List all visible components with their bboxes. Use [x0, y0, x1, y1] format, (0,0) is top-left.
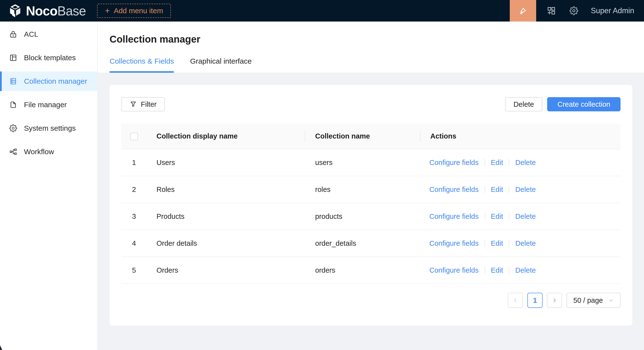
row-index: 4 [121, 230, 147, 257]
add-menu-item-button[interactable]: + Add menu item [97, 4, 171, 18]
table-row: 3 Products products Configure fieldsEdit… [121, 203, 620, 230]
logo-text: NocoBase [26, 5, 86, 17]
edit-link[interactable]: Edit [491, 186, 503, 193]
action-divider [484, 213, 485, 220]
sidebar-item-workflow[interactable]: Workflow [0, 142, 97, 162]
column-header-display-name: Collection display name [147, 124, 305, 149]
next-page-button[interactable] [547, 293, 562, 308]
layout-icon [9, 54, 17, 62]
delete-button[interactable]: Delete [505, 97, 542, 111]
delete-link[interactable]: Delete [515, 266, 536, 274]
database-icon [9, 77, 17, 85]
sidebar-item-collection-manager[interactable]: Collection manager [0, 72, 97, 91]
page-title: Collection manager [110, 34, 632, 45]
plus-icon: + [105, 6, 110, 15]
sidebar-item-label: File manager [24, 101, 67, 109]
configure-fields-link[interactable]: Configure fields [429, 212, 479, 220]
action-divider [509, 159, 509, 166]
tab-collections-and-fields[interactable]: Collections & Fields [110, 57, 174, 73]
chevron-left-icon [513, 298, 518, 303]
nocobase-logo: NocoBase [8, 4, 86, 18]
sidebar-item-acl[interactable]: ACL [0, 25, 97, 44]
cell-actions: Configure fieldsEditDelete [420, 230, 620, 257]
page-header: Collection manager Collections & Fields … [98, 22, 644, 73]
filter-funnel-icon [130, 101, 137, 108]
delete-link[interactable]: Delete [515, 159, 536, 166]
sidebar-item-system-settings[interactable]: System settings [0, 119, 97, 138]
cell-display-name: Roles [147, 176, 305, 203]
sidebar-item-label: Block templates [24, 54, 76, 62]
app-header: NocoBase + Add menu item [0, 0, 644, 22]
gear-icon [9, 124, 17, 132]
table-row: 5 Orders orders Configure fieldsEditDele… [121, 257, 620, 284]
prev-page-button[interactable] [508, 293, 523, 308]
filter-button-label: Filter [141, 100, 156, 108]
sidebar-item-block-templates[interactable]: Block templates [0, 48, 97, 68]
cell-display-name: Order details [147, 230, 305, 257]
configure-fields-link[interactable]: Configure fields [429, 266, 479, 274]
appstore-add-icon [547, 6, 556, 15]
create-collection-button[interactable]: Create collection [547, 97, 620, 111]
cell-actions: Configure fieldsEditDelete [420, 149, 620, 176]
table-toolbar: Filter Delete Create collection [121, 97, 620, 111]
delete-link[interactable]: Delete [515, 239, 536, 247]
sidebar-item-label: Collection manager [24, 77, 87, 85]
mouse-cursor [0, 344, 5, 350]
cell-actions: Configure fieldsEditDelete [420, 176, 620, 203]
lock-icon [9, 30, 17, 38]
configure-fields-link[interactable]: Configure fields [429, 159, 479, 166]
app-body: ACL Block templates Collection manager [0, 22, 644, 350]
tab-graphical-interface[interactable]: Graphical interface [190, 57, 252, 73]
sidebar-item-label: System settings [24, 124, 76, 132]
sidebar-item-label: ACL [24, 30, 38, 39]
nocobase-cube-icon [8, 4, 22, 18]
collections-card: Filter Delete Create collection [110, 85, 632, 325]
content-area: Filter Delete Create collection [98, 73, 644, 350]
gear-icon [570, 6, 578, 15]
sidebar-item-file-manager[interactable]: File manager [0, 95, 97, 115]
table-row: 2 Roles roles Configure fieldsEditDelete [121, 176, 620, 203]
edit-link[interactable]: Edit [491, 212, 503, 220]
edit-link[interactable]: Edit [491, 266, 503, 274]
collections-table: Collection display name Collection name … [121, 124, 620, 284]
action-divider [484, 266, 485, 274]
cell-actions: Configure fieldsEditDelete [420, 203, 620, 230]
header-right-cluster: Super Admin [510, 0, 644, 22]
table-row: 1 Users users Configure fieldsEditDelete [121, 149, 620, 176]
chevron-right-icon [552, 298, 557, 303]
action-divider [484, 186, 485, 193]
page-size-select[interactable]: 50 / page [566, 293, 620, 308]
edit-link[interactable]: Edit [491, 239, 503, 247]
cell-collection-name: orders [305, 257, 420, 284]
edit-link[interactable]: Edit [491, 159, 503, 166]
table-header-row: Collection display name Collection name … [121, 124, 620, 149]
cell-collection-name: users [305, 149, 420, 176]
logo-text-light: Base [58, 4, 86, 18]
column-header-name: Collection name [305, 124, 420, 149]
row-index: 2 [121, 176, 147, 203]
user-menu[interactable]: Super Admin [591, 6, 634, 15]
row-index: 1 [121, 149, 147, 176]
sidebar-item-label: Workflow [24, 148, 54, 156]
action-divider [484, 240, 485, 247]
select-all-checkbox[interactable] [130, 133, 138, 140]
plugins-button[interactable] [547, 6, 556, 15]
delete-link[interactable]: Delete [515, 186, 536, 193]
column-header-actions: Actions [420, 124, 620, 149]
action-divider [484, 159, 485, 166]
filter-button[interactable]: Filter [121, 97, 165, 111]
file-icon [9, 101, 17, 109]
settings-button[interactable] [570, 6, 578, 15]
cell-collection-name: roles [305, 176, 420, 203]
action-divider [509, 186, 509, 193]
configure-fields-link[interactable]: Configure fields [429, 239, 479, 247]
action-divider [509, 240, 509, 247]
page-1-button[interactable]: 1 [528, 293, 542, 308]
action-divider [509, 213, 509, 220]
delete-link[interactable]: Delete [515, 212, 536, 220]
configure-fields-link[interactable]: Configure fields [429, 186, 479, 193]
row-index: 3 [121, 203, 147, 230]
main-area: Collection manager Collections & Fields … [98, 22, 644, 350]
cell-collection-name: order_details [305, 230, 420, 257]
ui-editor-button[interactable] [510, 0, 536, 22]
